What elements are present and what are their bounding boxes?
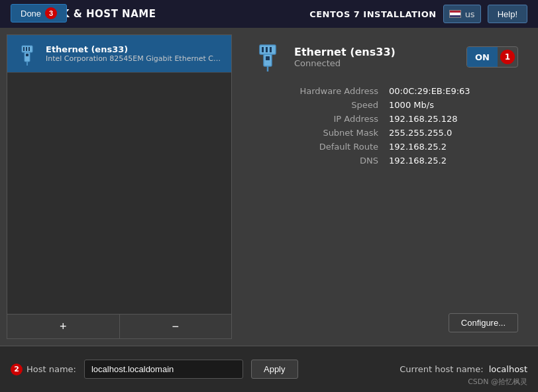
subnet-mask-value: 255.255.255.0 [389,128,518,138]
subnet-mask-label: Subnet Mask [252,128,378,138]
network-item-desc: Intel Corporation 82545EM Gigabit Ethern… [46,54,223,63]
language-text: us [465,9,475,19]
svg-rect-5 [26,54,28,56]
network-list: Ethernet (ens33) Intel Corporation 82545… [7,35,231,314]
network-details: Hardware Address 00:0C:29:EB:E9:63 Speed… [252,86,518,166]
speed-label: Speed [252,100,378,110]
network-device-icon [15,42,39,66]
main-content: Ethernet (ens33) Intel Corporation 82545… [0,28,538,346]
centos-label: CENTOS 7 INSTALLATION [309,9,436,19]
svg-rect-12 [266,56,270,60]
toggle-badge: 1 [500,50,515,64]
svg-rect-2 [26,47,27,51]
host-name-label: 2 Host name: [11,364,76,375]
language-selector[interactable]: us [443,5,481,23]
list-controls: + − [7,314,231,338]
device-header: Ethernet (ens33) Connected ON 1 [252,41,518,73]
remove-network-button[interactable]: − [120,315,232,338]
current-host: Current host name: localhost [400,364,527,374]
add-network-button[interactable]: + [7,315,120,338]
dns-label: DNS [252,156,378,166]
watermark: CSDN @拾忆枫灵 [468,377,527,387]
device-info: Ethernet (ens33) Connected [294,46,456,68]
default-route-label: Default Route [252,142,378,152]
done-label: Done [21,9,41,19]
svg-rect-3 [28,47,30,51]
svg-rect-10 [270,47,272,52]
current-host-value: localhost [489,364,527,374]
help-button[interactable]: Help! [488,5,527,23]
ethernet-icon [15,42,39,66]
network-item[interactable]: Ethernet (ens33) Intel Corporation 82545… [7,35,231,73]
default-route-value: 192.168.25.2 [389,142,518,152]
device-status: Connected [294,58,456,68]
host-badge: 2 [11,364,23,375]
done-button[interactable]: Done 3 [11,4,67,23]
top-bar: NETWORK & HOST NAME CENTOS 7 INSTALLATIO… [0,0,538,28]
apply-button[interactable]: Apply [251,360,298,379]
device-detail-icon [252,41,284,73]
toggle-switch[interactable]: ON 1 [466,46,518,68]
svg-rect-1 [23,47,25,51]
ip-address-value: 192.168.25.128 [389,114,518,124]
device-name: Ethernet (ens33) [294,46,456,58]
speed-value: 1000 Mb/s [389,100,518,110]
dns-value: 192.168.25.2 [389,156,518,166]
done-badge: 3 [45,7,57,19]
ethernet-detail-icon [252,41,284,73]
top-bar-right: CENTOS 7 INSTALLATION us Help! [309,5,527,23]
ip-address-label: IP Address [252,114,378,124]
device-detail-panel: Ethernet (ens33) Connected ON 1 Hardware… [239,34,531,339]
network-item-name: Ethernet (ens33) [46,44,223,54]
network-item-info: Ethernet (ens33) Intel Corporation 82545… [46,44,223,63]
host-label-text: Host name: [27,364,76,374]
configure-button[interactable]: Configure... [449,313,518,332]
host-name-input[interactable] [84,360,243,379]
current-host-label: Current host name: [400,364,483,374]
hardware-address-value: 00:0C:29:EB:E9:63 [389,86,518,96]
language-flag [449,10,461,18]
hardware-address-label: Hardware Address [252,86,378,96]
network-list-panel: Ethernet (ens33) Intel Corporation 82545… [7,34,232,339]
svg-rect-8 [262,47,264,52]
bottom-bar: 2 Host name: Apply Current host name: lo… [0,346,538,392]
toggle-on-label: ON [467,47,498,67]
svg-rect-9 [266,47,268,52]
